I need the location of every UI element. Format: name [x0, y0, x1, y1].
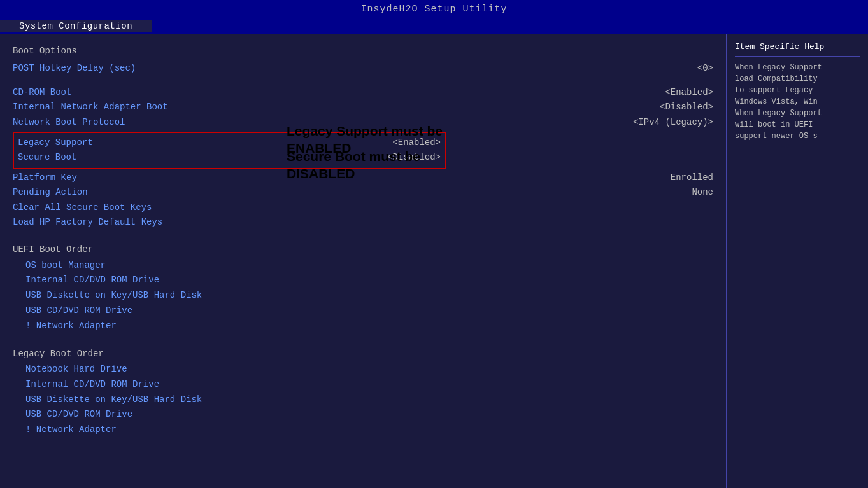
internal-network-value: <Disabled> — [611, 100, 713, 114]
right-panel-title: Item Specific Help — [735, 41, 860, 57]
uefi-item-0[interactable]: OS boot Manager — [13, 258, 713, 274]
load-keys-label: Load HP Factory Default Keys — [13, 215, 713, 229]
uefi-boot-order-label: UEFI Boot Order — [13, 242, 713, 256]
uefi-item-3[interactable]: USB CD/DVD ROM Drive — [13, 303, 713, 319]
post-hotkey-label: POST Hotkey Delay (sec) — [13, 61, 611, 75]
post-hotkey-value: <0> — [611, 61, 713, 75]
boot-options-row: Boot Options — [13, 44, 713, 60]
load-keys-row[interactable]: Load HP Factory Default Keys — [13, 215, 713, 229]
tab-system-configuration[interactable]: System Configuration — [0, 20, 152, 32]
right-panel: Item Specific Help When Legacy Support l… — [726, 34, 868, 488]
cd-rom-boot-label: CD-ROM Boot — [13, 85, 611, 99]
platform-key-value: Enrolled — [611, 171, 713, 185]
instruction-secure: Secure Boot must beDISABLED — [287, 148, 420, 183]
legacy-boot-order-label: Legacy Boot Order — [13, 347, 713, 361]
legacy-item-2[interactable]: USB Diskette on Key/USB Hard Disk — [13, 393, 713, 408]
clear-keys-row[interactable]: Clear All Secure Boot Keys — [13, 200, 713, 214]
uefi-item-2[interactable]: USB Diskette on Key/USB Hard Disk — [13, 288, 713, 303]
boot-options-label: Boot Options — [13, 44, 77, 58]
clear-keys-label: Clear All Secure Boot Keys — [13, 200, 713, 214]
top-bar: InsydeH2O Setup Utility — [0, 0, 868, 18]
pending-action-label: Pending Action — [13, 185, 611, 199]
tab-bar: System Configuration — [0, 18, 868, 34]
uefi-item-4[interactable]: ! Network Adapter — [13, 319, 713, 334]
uefi-item-1[interactable]: Internal CD/DVD ROM Drive — [13, 273, 713, 288]
legacy-item-0[interactable]: Notebook Hard Drive — [13, 362, 713, 377]
internal-network-label: Internal Network Adapter Boot — [13, 100, 611, 114]
internal-network-row[interactable]: Internal Network Adapter Boot <Disabled> — [13, 100, 713, 114]
legacy-item-1[interactable]: Internal CD/DVD ROM Drive — [13, 377, 713, 393]
right-panel-text: When Legacy Support load Compatibility t… — [735, 62, 860, 142]
app-title: InsydeH2O Setup Utility — [360, 4, 507, 15]
legacy-item-4[interactable]: ! Network Adapter — [13, 422, 713, 438]
cd-rom-boot-value: <Enabled> — [611, 85, 713, 99]
network-boot-protocol-value: <IPv4 (Legacy)> — [611, 115, 713, 129]
pending-action-row[interactable]: Pending Action None — [13, 185, 713, 199]
left-panel: Boot Options POST Hotkey Delay (sec) <0>… — [0, 34, 726, 488]
cd-rom-boot-row[interactable]: CD-ROM Boot <Enabled> — [13, 85, 713, 99]
pending-action-value: None — [611, 185, 713, 199]
post-hotkey-row[interactable]: POST Hotkey Delay (sec) <0> — [13, 61, 713, 75]
legacy-item-3[interactable]: USB CD/DVD ROM Drive — [13, 407, 713, 422]
main-content: Boot Options POST Hotkey Delay (sec) <0>… — [0, 34, 868, 488]
